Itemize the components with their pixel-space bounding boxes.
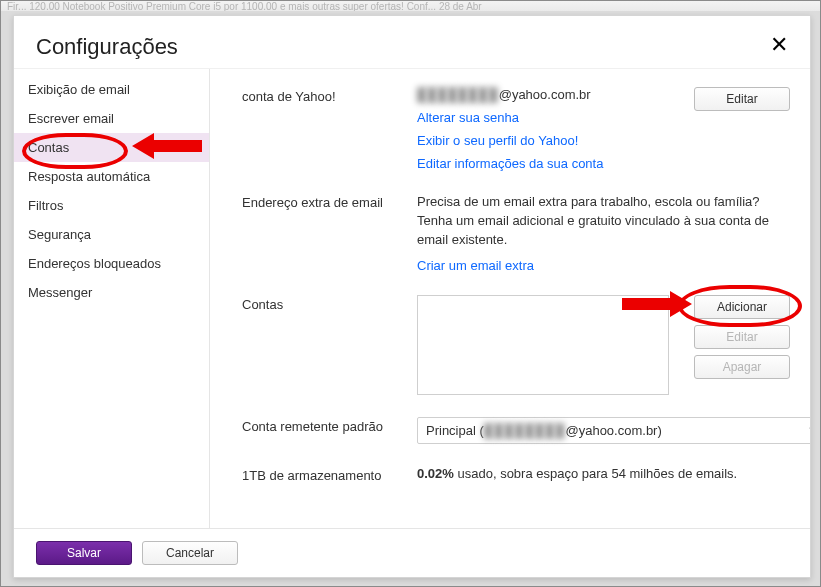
sidebar-item-label: Endereços bloqueados xyxy=(28,256,161,271)
select-text-suffix: @yahoo.com.br) xyxy=(565,423,661,438)
sidebar-item-label: Exibição de email xyxy=(28,82,130,97)
accounts-listbox[interactable] xyxy=(417,295,669,395)
sidebar-item-blocked[interactable]: Endereços bloqueados xyxy=(14,249,209,278)
sidebar-item-label: Resposta automática xyxy=(28,169,150,184)
background-faded-text: Fir... 120.00 Notebook Positivo Premium … xyxy=(1,1,820,11)
sidebar-item-messenger[interactable]: Messenger xyxy=(14,278,209,307)
sidebar-item-view-email[interactable]: Exibição de email xyxy=(14,75,209,104)
sidebar-item-label: Filtros xyxy=(28,198,63,213)
sidebar-item-compose-email[interactable]: Escrever email xyxy=(14,104,209,133)
edit-account-button: Editar xyxy=(694,325,790,349)
delete-account-button: Apagar xyxy=(694,355,790,379)
link-change-password[interactable]: Alterar sua senha xyxy=(417,110,676,125)
row-extra-email: Endereço extra de email Precisa de um em… xyxy=(242,193,786,273)
sidebar-item-label: Escrever email xyxy=(28,111,114,126)
sidebar-item-label: Contas xyxy=(28,140,69,155)
label-extra-email: Endereço extra de email xyxy=(242,193,417,210)
edit-yahoo-account-button[interactable]: Editar xyxy=(694,87,790,111)
sidebar-item-security[interactable]: Segurança xyxy=(14,220,209,249)
label-yahoo-account: conta de Yahoo! xyxy=(242,87,417,104)
select-text-prefix: Principal ( xyxy=(426,423,484,438)
account-email-hidden: ████████ xyxy=(417,87,499,102)
link-create-extra-email[interactable]: Criar um email extra xyxy=(417,258,786,273)
link-edit-account-info[interactable]: Editar informações da sua conta xyxy=(417,156,676,171)
row-default-sender: Conta remetente padrão Principal (██████… xyxy=(242,417,786,444)
storage-percent: 0.02% xyxy=(417,466,454,481)
select-hidden-part: ████████ xyxy=(484,423,566,438)
row-storage: 1TB de armazenamento 0.02% usado, sobra … xyxy=(242,466,786,483)
sidebar-item-filters[interactable]: Filtros xyxy=(14,191,209,220)
sidebar-item-auto-reply[interactable]: Resposta automática xyxy=(14,162,209,191)
sidebar-item-accounts[interactable]: Contas xyxy=(14,133,209,162)
label-storage: 1TB de armazenamento xyxy=(242,466,417,483)
add-account-button[interactable]: Adicionar xyxy=(694,295,790,319)
row-yahoo-account: conta de Yahoo! ████████@yahoo.com.br Al… xyxy=(242,87,786,171)
row-accounts: Contas Adicionar Editar Apagar xyxy=(242,295,786,395)
close-icon[interactable]: ✕ xyxy=(770,34,788,56)
default-sender-select[interactable]: Principal (████████@yahoo.com.br) ﹀ xyxy=(417,417,810,444)
settings-modal: Configurações ✕ Exibição de email Escrev… xyxy=(13,15,811,578)
extra-email-description: Precisa de um email extra para trabalho,… xyxy=(417,193,786,250)
label-accounts: Contas xyxy=(242,295,417,312)
label-default-sender: Conta remetente padrão xyxy=(242,417,417,434)
chevron-down-icon: ﹀ xyxy=(809,423,810,438)
link-view-profile[interactable]: Exibir o seu perfil do Yahoo! xyxy=(417,133,676,148)
save-button[interactable]: Salvar xyxy=(36,541,132,565)
account-email-domain: @yahoo.com.br xyxy=(499,87,591,102)
cancel-button[interactable]: Cancelar xyxy=(142,541,238,565)
sidebar-item-label: Messenger xyxy=(28,285,92,300)
modal-title: Configurações xyxy=(36,34,178,60)
storage-rest: usado, sobra espaço para 54 milhões de e… xyxy=(454,466,737,481)
settings-sidebar: Exibição de email Escrever email Contas … xyxy=(14,69,210,528)
sidebar-item-label: Segurança xyxy=(28,227,91,242)
